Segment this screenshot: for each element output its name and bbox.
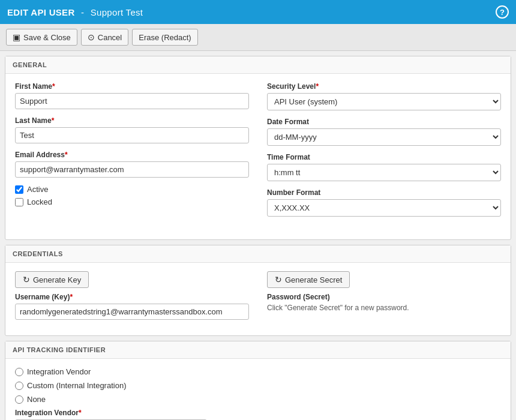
time-format-label: Time Format bbox=[267, 153, 501, 161]
password-label: Password (Secret) bbox=[267, 293, 501, 301]
custom-internal-radio[interactable] bbox=[15, 382, 23, 390]
vendor-group: Integration Vendor* Warranty Master - Wa… bbox=[15, 409, 501, 420]
cancel-button[interactable]: ⊙ Cancel bbox=[81, 29, 128, 46]
password-group: Password (Secret) Click "Generate Secret… bbox=[267, 293, 501, 312]
credentials-section-header: CREDENTIALS bbox=[5, 245, 511, 263]
edit-api-user-label: EDIT API USER bbox=[7, 7, 75, 17]
integration-vendor-radio[interactable] bbox=[15, 368, 23, 376]
generate-key-label: Generate Key bbox=[33, 275, 81, 284]
none-radio-group: None bbox=[15, 395, 501, 404]
none-radio-label[interactable]: None bbox=[27, 395, 46, 404]
api-tracking-section-body: Integration Vendor Custom (Internal Inte… bbox=[5, 359, 511, 420]
save-close-label: Save & Close bbox=[23, 33, 71, 42]
general-section: GENERAL First Name* Last Name* bbox=[5, 56, 511, 240]
general-section-body: First Name* Last Name* Email Address* bbox=[5, 74, 511, 239]
date-format-group: Date Format dd-MM-yyyy MM/dd/yyyy yyyy-M… bbox=[267, 118, 501, 146]
none-radio[interactable] bbox=[15, 395, 23, 404]
first-name-group: First Name* bbox=[15, 82, 249, 109]
active-checkbox[interactable] bbox=[15, 185, 23, 194]
generate-key-button[interactable]: ↻ Generate Key bbox=[15, 271, 89, 288]
number-format-label: Number Format bbox=[267, 188, 501, 197]
security-level-group: Security Level* API User (system) Admin … bbox=[267, 82, 501, 110]
username-input[interactable] bbox=[15, 304, 249, 320]
api-tracking-section-header: API TRACKING IDENTIFIER bbox=[5, 341, 511, 359]
locked-group: Locked bbox=[15, 197, 249, 206]
locked-label[interactable]: Locked bbox=[27, 197, 52, 206]
generate-secret-label: Generate Secret bbox=[285, 275, 342, 284]
integration-vendor-radio-label[interactable]: Integration Vendor bbox=[27, 367, 91, 376]
custom-internal-radio-group: Custom (Internal Integration) bbox=[15, 381, 501, 390]
title-separator: - bbox=[81, 7, 84, 17]
locked-checkbox[interactable] bbox=[15, 198, 23, 206]
number-format-group: Number Format X,XXX.XX X.XXX,XX X XXX.XX bbox=[267, 188, 501, 217]
first-name-input[interactable] bbox=[15, 93, 249, 109]
page-title: EDIT API USER - Support Test bbox=[7, 7, 143, 17]
page-header: EDIT API USER - Support Test ? bbox=[0, 0, 516, 24]
credentials-left-col: ↻ Generate Key Username (Key)* bbox=[15, 271, 249, 327]
email-input[interactable] bbox=[15, 161, 249, 178]
username-group: Username (Key)* bbox=[15, 293, 249, 320]
time-format-group: Time Format h:mm tt HH:mm bbox=[267, 153, 501, 181]
save-close-button[interactable]: ▣ Save & Close bbox=[6, 29, 77, 46]
date-format-select[interactable]: dd-MM-yyyy MM/dd/yyyy yyyy-MM-dd bbox=[267, 128, 501, 146]
cancel-label: Cancel bbox=[98, 33, 122, 42]
first-name-label: First Name* bbox=[15, 82, 249, 91]
save-icon: ▣ bbox=[13, 32, 20, 42]
general-section-header: GENERAL bbox=[5, 56, 511, 74]
erase-label: Erase (Redact) bbox=[139, 33, 191, 42]
password-hint: Click "Generate Secret" for a new passwo… bbox=[267, 304, 501, 312]
generate-secret-button[interactable]: ↻ Generate Secret bbox=[267, 271, 350, 288]
security-level-select[interactable]: API User (system) Admin Standard bbox=[267, 93, 501, 110]
credentials-section-body: ↻ Generate Key Username (Key)* ↻ Generat… bbox=[5, 263, 511, 335]
username-label: Username (Key)* bbox=[15, 293, 249, 301]
general-right-col: Security Level* API User (system) Admin … bbox=[267, 82, 501, 224]
credentials-row: ↻ Generate Key Username (Key)* ↻ Generat… bbox=[15, 271, 501, 327]
last-name-label: Last Name* bbox=[15, 116, 249, 125]
last-name-group: Last Name* bbox=[15, 116, 249, 143]
email-label: Email Address* bbox=[15, 151, 249, 159]
toolbar: ▣ Save & Close ⊙ Cancel Erase (Redact) bbox=[0, 24, 516, 51]
credentials-right-col: ↻ Generate Secret Password (Secret) Clic… bbox=[267, 271, 501, 327]
last-name-input[interactable] bbox=[15, 127, 249, 143]
date-format-label: Date Format bbox=[267, 118, 501, 126]
main-content: GENERAL First Name* Last Name* bbox=[0, 51, 516, 420]
help-icon[interactable]: ? bbox=[496, 5, 509, 19]
cancel-icon: ⊙ bbox=[88, 32, 95, 42]
refresh-secret-icon: ↻ bbox=[275, 275, 282, 284]
active-group: Active bbox=[15, 185, 249, 194]
credentials-section: CREDENTIALS ↻ Generate Key Username (Key… bbox=[5, 245, 511, 336]
security-level-label: Security Level* bbox=[267, 82, 501, 91]
erase-button[interactable]: Erase (Redact) bbox=[132, 29, 197, 46]
time-format-select[interactable]: h:mm tt HH:mm bbox=[267, 164, 501, 181]
active-label[interactable]: Active bbox=[27, 185, 48, 194]
number-format-select[interactable]: X,XXX.XX X.XXX,XX X XXX.XX bbox=[267, 199, 501, 217]
api-tracking-section: API TRACKING IDENTIFIER Integration Vend… bbox=[5, 341, 511, 420]
general-left-col: First Name* Last Name* Email Address* bbox=[15, 82, 249, 224]
user-name-subtitle: Support Test bbox=[91, 7, 143, 17]
refresh-key-icon: ↻ bbox=[23, 275, 30, 284]
integration-vendor-radio-group: Integration Vendor bbox=[15, 367, 501, 376]
custom-internal-radio-label[interactable]: Custom (Internal Integration) bbox=[27, 381, 126, 390]
vendor-label: Integration Vendor* bbox=[15, 409, 501, 417]
email-group: Email Address* bbox=[15, 151, 249, 178]
general-form-row: First Name* Last Name* Email Address* bbox=[15, 82, 501, 224]
